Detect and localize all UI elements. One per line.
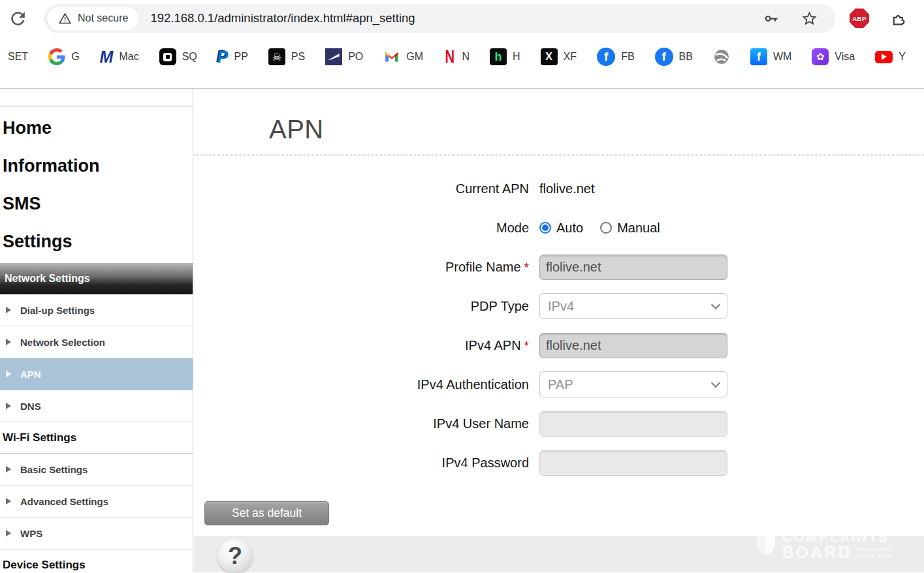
section-header-network-settings: Network Settings [0,263,193,294]
sidebar: HomeInformationSMSSettings Network Setti… [0,89,193,572]
arrow-right-icon [6,403,11,409]
bookmark-label: XF [564,51,577,63]
bookmark-fb[interactable]: fFB [597,48,634,66]
sidebar-main-nav: HomeInformationSMSSettings [0,106,193,260]
extensions-puzzle-icon[interactable] [890,9,908,27]
url-bar[interactable]: Not secure 192.168.0.1/administrator/ind… [44,4,835,33]
google-icon [48,48,65,65]
bookmark-label: BB [679,51,693,63]
radio-selected-icon[interactable] [539,222,551,234]
bookmarks-bar: SETGMMacSQPPP☠PSPOGMNNhHXXFfFBfBBfWM✿Vis… [0,37,924,77]
bookmark-label: WM [773,51,791,63]
bookmark-label: PO [348,51,363,63]
ipv4-user-name-input[interactable] [539,411,727,437]
pdp-type-select[interactable]: IPv4 [539,293,727,319]
sidebar-item-dial-up-settings[interactable]: Dial-up Settings [0,294,193,326]
bookmark-label: PS [291,51,305,63]
sidebar-item-settings[interactable]: Settings [0,223,193,260]
bookmark-label: SQ [182,51,197,63]
bookmark-set[interactable]: SET [8,51,28,63]
security-chip[interactable]: Not secure [47,7,139,31]
reload-icon[interactable] [8,8,28,29]
bookmark-po[interactable]: PO [325,48,363,65]
bookmark-g[interactable]: G [48,48,79,65]
page-title: APN [269,115,924,144]
sidebar-item-network-selection[interactable]: Network Selection [0,326,193,358]
adblock-abp-icon[interactable]: ABP [850,8,869,28]
bookmark-h[interactable]: hH [490,48,520,65]
warning-icon [58,12,72,25]
sidebar-item-wps[interactable]: WPS [0,518,193,550]
x-icon: X [541,48,558,65]
shield-icon [755,530,777,556]
browser-toolbar: Not secure 192.168.0.1/administrator/ind… [0,0,924,37]
bookmark-bb[interactable]: fBB [655,48,693,66]
ipv4-password-label: IPv4 Password [194,456,529,471]
radio-unselected-icon[interactable] [600,222,612,234]
arrow-right-icon [6,307,11,313]
pdp-type-label: PDP Type [194,299,529,314]
bookmark-globe[interactable] [713,48,730,65]
sidebar-item-advanced-settings[interactable]: Advanced Settings [0,486,193,518]
sidebar-item-information[interactable]: Information [0,147,193,185]
password-key-icon[interactable] [763,10,780,27]
main-content: APN Current APN flolive.net Mode Auto M [194,89,924,572]
bookmark-pp[interactable]: PPP [217,48,248,67]
help-question-icon[interactable]: ? [217,538,253,573]
mode-auto-radio[interactable]: Auto [539,221,583,236]
profile-name-input[interactable] [539,255,727,280]
bookmark-y[interactable]: Y [875,51,906,63]
bookmark-wm[interactable]: fWM [750,48,791,65]
sidebar-item-label: WPS [20,528,42,539]
facebook-icon: f [655,48,673,66]
security-label: Not secure [78,12,128,24]
hulu-icon: h [490,48,507,65]
gift-icon: ✿ [812,48,829,65]
sidebar-item-home[interactable]: Home [0,109,193,147]
sidebar-item-apn[interactable]: APN [0,358,193,390]
complaintsboard-watermark: COMPLAINTS BOARD RESOLVINGSINCE 2004 [755,530,893,561]
arrow-right-icon [6,339,11,345]
sidebar-item-sms[interactable]: SMS [0,185,193,223]
bookmark-label: N [462,51,470,63]
bookmark-label: Y [899,51,906,63]
mode-manual-radio[interactable]: Manual [600,221,660,236]
help-bar: ? COMPLAINTS BOARD RESOLVINGSINCE 2004 [194,536,924,572]
bookmark-label: GM [406,51,423,63]
chevron-down-icon [711,300,720,309]
bookmark-xf[interactable]: XXF [541,48,577,65]
ipv4-apn-row: IPv4 APN* [194,326,924,365]
arrow-right-icon [6,498,11,504]
required-asterisk: * [524,260,529,274]
bookmark-n[interactable]: NN [443,47,470,67]
bookmark-visa[interactable]: ✿Visa [812,48,855,65]
required-asterisk: * [524,339,529,352]
bookmark-ps[interactable]: ☠PS [268,48,305,65]
bookmark-star-icon[interactable] [801,10,818,27]
bookmark-label: G [71,51,79,63]
pdp-type-row: PDP Type IPv4 [194,286,924,326]
title-divider [194,155,924,155]
current-apn-row: Current APN flolive.net [194,169,924,208]
netflix-icon: N [443,47,456,67]
url-text[interactable]: 192.168.0.1/administrator/index.html#apn… [150,11,763,25]
facebook-square-icon: f [750,48,767,65]
bookmark-gm[interactable]: GM [383,48,423,65]
sidebar-item-label: Dial-up Settings [20,305,95,316]
ipv4-apn-input[interactable] [539,333,727,358]
page-body: HomeInformationSMSSettings Network Setti… [0,89,924,572]
mode-label: Mode [194,221,529,236]
bookmark-sq[interactable]: SQ [159,48,197,65]
bookmark-label: FB [621,51,634,63]
profile-name-label: Profile Name* [194,260,529,275]
section-header-wi-fi-settings: Wi-Fi Settings [0,422,193,454]
sidebar-item-basic-settings[interactable]: Basic Settings [0,454,193,486]
arrow-right-icon [6,530,11,536]
bookmark-mac[interactable]: MMac [100,48,139,67]
mode-row: Mode Auto Manual [194,208,924,247]
sidebar-item-dns[interactable]: DNS [0,390,193,422]
ipv4-authentication-select[interactable]: PAP [539,371,727,397]
ipv4-password-input[interactable] [539,450,727,476]
apn-form: Current APN flolive.net Mode Auto Manual [194,169,924,482]
set-as-default-button[interactable]: Set as default [204,501,329,525]
